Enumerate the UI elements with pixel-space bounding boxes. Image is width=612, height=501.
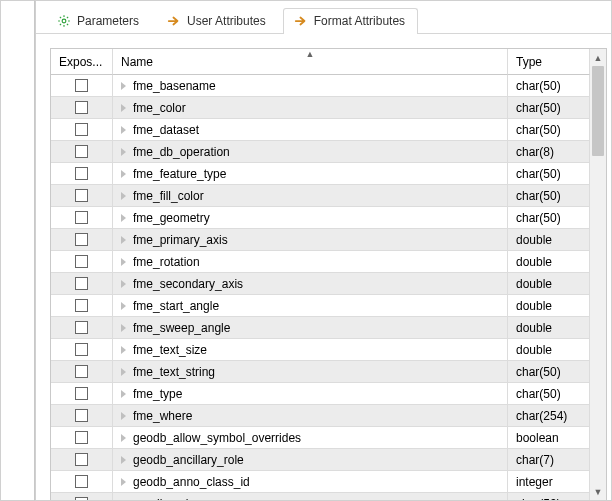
table-row[interactable]: fme_sweep_angledouble bbox=[51, 317, 590, 339]
tab-format-attributes[interactable]: Format Attributes bbox=[283, 8, 418, 34]
table-row[interactable]: fme_basenamechar(50) bbox=[51, 75, 590, 97]
expose-checkbox[interactable] bbox=[75, 365, 88, 378]
attribute-name: fme_start_angle bbox=[133, 299, 219, 313]
table-row[interactable]: fme_fill_colorchar(50) bbox=[51, 185, 590, 207]
expand-triangle-icon[interactable] bbox=[121, 148, 126, 156]
expose-checkbox[interactable] bbox=[75, 189, 88, 202]
header-type-label: Type bbox=[516, 55, 542, 69]
expose-checkbox[interactable] bbox=[75, 343, 88, 356]
table-row[interactable]: fme_rotationdouble bbox=[51, 251, 590, 273]
name-cell: fme_feature_type bbox=[113, 163, 508, 185]
attribute-type: char(50) bbox=[516, 365, 561, 379]
name-cell: fme_color bbox=[113, 97, 508, 119]
table-row[interactable]: geodb_allow_symbol_overridesboolean bbox=[51, 427, 590, 449]
table-row[interactable]: fme_start_angledouble bbox=[51, 295, 590, 317]
expose-checkbox[interactable] bbox=[75, 101, 88, 114]
header-name[interactable]: ▲ Name bbox=[113, 49, 508, 75]
expose-cell bbox=[51, 449, 113, 471]
table-row[interactable]: fme_typechar(50) bbox=[51, 383, 590, 405]
app-window: Parameters User Attributes Format Attrib… bbox=[0, 0, 612, 501]
expand-triangle-icon[interactable] bbox=[121, 302, 126, 310]
expand-triangle-icon[interactable] bbox=[121, 104, 126, 112]
vertical-scrollbar[interactable]: ▲ ▼ bbox=[590, 48, 607, 500]
name-cell: fme_primary_axis bbox=[113, 229, 508, 251]
type-cell: char(254) bbox=[508, 405, 590, 427]
expand-triangle-icon[interactable] bbox=[121, 478, 126, 486]
expose-checkbox[interactable] bbox=[75, 233, 88, 246]
expose-cell bbox=[51, 229, 113, 251]
expand-triangle-icon[interactable] bbox=[121, 280, 126, 288]
table-row[interactable]: fme_db_operationchar(8) bbox=[51, 141, 590, 163]
type-cell: char(7) bbox=[508, 449, 590, 471]
scroll-down-icon[interactable]: ▼ bbox=[590, 483, 606, 500]
expose-checkbox[interactable] bbox=[75, 497, 88, 500]
expand-triangle-icon[interactable] bbox=[121, 236, 126, 244]
table-row[interactable]: geodb_ancillary_rolechar(7) bbox=[51, 449, 590, 471]
expand-triangle-icon[interactable] bbox=[121, 170, 126, 178]
attribute-name: fme_where bbox=[133, 409, 192, 423]
name-cell: fme_dataset bbox=[113, 119, 508, 141]
header-type[interactable]: Type bbox=[508, 49, 590, 75]
expose-checkbox[interactable] bbox=[75, 123, 88, 136]
expose-checkbox[interactable] bbox=[75, 79, 88, 92]
expose-checkbox[interactable] bbox=[75, 299, 88, 312]
expose-cell bbox=[51, 119, 113, 141]
sort-asc-icon: ▲ bbox=[306, 50, 315, 59]
attribute-grid: Expos... ▲ Name Type fme_basenamechar(50… bbox=[50, 48, 590, 500]
attribute-name: fme_dataset bbox=[133, 123, 199, 137]
expose-checkbox[interactable] bbox=[75, 453, 88, 466]
type-cell: char(50) bbox=[508, 361, 590, 383]
expand-triangle-icon[interactable] bbox=[121, 412, 126, 420]
table-row[interactable]: fme_secondary_axisdouble bbox=[51, 273, 590, 295]
tab-parameters[interactable]: Parameters bbox=[46, 8, 152, 34]
table-row[interactable]: geodb_colorchar(50) bbox=[51, 493, 590, 500]
expand-triangle-icon[interactable] bbox=[121, 126, 126, 134]
expose-checkbox[interactable] bbox=[75, 277, 88, 290]
tab-bar: Parameters User Attributes Format Attrib… bbox=[36, 1, 611, 34]
expose-checkbox[interactable] bbox=[75, 167, 88, 180]
expand-triangle-icon[interactable] bbox=[121, 434, 126, 442]
table-row[interactable]: fme_datasetchar(50) bbox=[51, 119, 590, 141]
table-row[interactable]: fme_wherechar(254) bbox=[51, 405, 590, 427]
table-row[interactable]: fme_text_stringchar(50) bbox=[51, 361, 590, 383]
type-cell: double bbox=[508, 273, 590, 295]
expand-triangle-icon[interactable] bbox=[121, 192, 126, 200]
expose-checkbox[interactable] bbox=[75, 321, 88, 334]
expand-triangle-icon[interactable] bbox=[121, 500, 126, 501]
scroll-up-icon[interactable]: ▲ bbox=[590, 49, 606, 66]
expand-triangle-icon[interactable] bbox=[121, 368, 126, 376]
expose-checkbox[interactable] bbox=[75, 387, 88, 400]
attribute-name: fme_geometry bbox=[133, 211, 210, 225]
table-row[interactable]: fme_text_sizedouble bbox=[51, 339, 590, 361]
expose-cell bbox=[51, 339, 113, 361]
expose-checkbox[interactable] bbox=[75, 431, 88, 444]
scroll-thumb[interactable] bbox=[592, 66, 604, 156]
expand-triangle-icon[interactable] bbox=[121, 456, 126, 464]
expand-triangle-icon[interactable] bbox=[121, 82, 126, 90]
expose-checkbox[interactable] bbox=[75, 409, 88, 422]
table-row[interactable]: geodb_anno_class_idinteger bbox=[51, 471, 590, 493]
expose-cell bbox=[51, 273, 113, 295]
expose-checkbox[interactable] bbox=[75, 475, 88, 488]
expose-checkbox[interactable] bbox=[75, 211, 88, 224]
expand-triangle-icon[interactable] bbox=[121, 390, 126, 398]
type-cell: double bbox=[508, 339, 590, 361]
table-row[interactable]: fme_primary_axisdouble bbox=[51, 229, 590, 251]
type-cell: char(50) bbox=[508, 207, 590, 229]
expose-checkbox[interactable] bbox=[75, 255, 88, 268]
expand-triangle-icon[interactable] bbox=[121, 214, 126, 222]
expand-triangle-icon[interactable] bbox=[121, 346, 126, 354]
table-row[interactable]: fme_geometrychar(50) bbox=[51, 207, 590, 229]
attribute-type: integer bbox=[516, 475, 553, 489]
table-row[interactable]: fme_feature_typechar(50) bbox=[51, 163, 590, 185]
attribute-type: char(50) bbox=[516, 123, 561, 137]
attribute-name: fme_type bbox=[133, 387, 182, 401]
tab-user-attributes[interactable]: User Attributes bbox=[156, 8, 279, 34]
header-expose[interactable]: Expos... bbox=[51, 49, 113, 75]
expand-triangle-icon[interactable] bbox=[121, 324, 126, 332]
name-cell: fme_type bbox=[113, 383, 508, 405]
expand-triangle-icon[interactable] bbox=[121, 258, 126, 266]
table-row[interactable]: fme_colorchar(50) bbox=[51, 97, 590, 119]
name-cell: fme_geometry bbox=[113, 207, 508, 229]
expose-checkbox[interactable] bbox=[75, 145, 88, 158]
